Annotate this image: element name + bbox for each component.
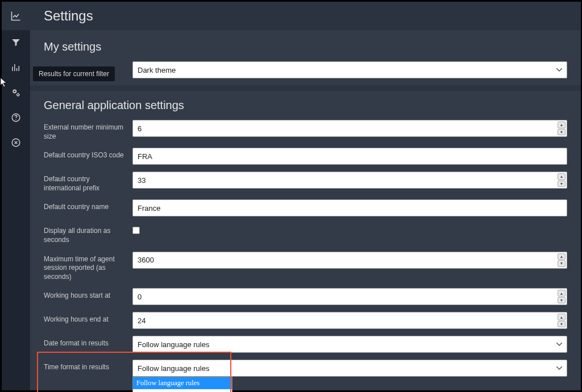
label-work-end: Working hours end at bbox=[44, 312, 132, 324]
label-time-format: Time format in results bbox=[44, 360, 132, 372]
label-max-session: Maximum time of agent session reported (… bbox=[44, 252, 132, 282]
spin-down[interactable]: ▼ bbox=[558, 260, 566, 267]
sidebar-item-close[interactable] bbox=[2, 130, 30, 155]
filter-icon bbox=[11, 37, 21, 48]
sidebar-logo[interactable] bbox=[2, 2, 30, 30]
input-work-start[interactable] bbox=[132, 288, 567, 305]
row-date-format: Date format in results Follow language r… bbox=[44, 336, 567, 353]
sidebar-item-results[interactable] bbox=[2, 55, 30, 80]
page-header: Settings bbox=[30, 2, 581, 30]
svg-point-3 bbox=[15, 119, 16, 120]
time-format-option[interactable]: Follow language rules bbox=[133, 377, 232, 389]
label-iso3: Default country ISO3 code bbox=[44, 148, 132, 160]
spin-down[interactable]: ▼ bbox=[558, 181, 566, 187]
spin-down[interactable]: ▼ bbox=[558, 129, 566, 136]
select-time-format[interactable]: Follow language rules bbox=[132, 360, 567, 377]
row-intl-prefix: Default country international prefix ▲ ▼ bbox=[44, 172, 567, 193]
general-settings-title: General application settings bbox=[44, 99, 567, 112]
spin-up[interactable]: ▲ bbox=[558, 122, 566, 128]
select-date-format[interactable]: Follow language rules bbox=[132, 336, 567, 353]
row-max-session: Maximum time of agent session reported (… bbox=[44, 252, 567, 282]
label-ext-num-min: External number minimum size bbox=[44, 120, 132, 141]
input-max-session[interactable] bbox=[132, 252, 567, 269]
label-date-format: Date format in results bbox=[44, 336, 132, 348]
spin-up[interactable]: ▲ bbox=[558, 314, 566, 320]
input-ext-num-min[interactable] bbox=[132, 120, 567, 137]
row-time-format: Time format in results Follow language r… bbox=[44, 360, 567, 377]
spin-down[interactable]: ▼ bbox=[558, 321, 566, 328]
bar-chart-icon bbox=[11, 62, 21, 73]
checkbox-dur-seconds[interactable] bbox=[132, 227, 140, 234]
time-format-dropdown: Follow language rules HH:mm:ss - Ex: 18:… bbox=[132, 377, 232, 392]
tooltip-results: Results for current filter bbox=[33, 66, 115, 81]
main: Settings My settings Dark theme General … bbox=[30, 2, 581, 390]
input-intl-prefix[interactable] bbox=[132, 172, 567, 189]
svg-point-1 bbox=[17, 94, 19, 96]
sidebar-item-filter[interactable] bbox=[2, 30, 30, 55]
row-country-name: Default country name bbox=[44, 199, 567, 216]
divider bbox=[30, 85, 581, 91]
time-format-option[interactable]: HH:mm:ss - Ex: 18:14:48 bbox=[133, 389, 232, 392]
label-dur-seconds: Display all duration as seconds bbox=[44, 223, 132, 244]
gears-icon bbox=[11, 87, 21, 98]
row-iso3: Default country ISO3 code bbox=[44, 148, 567, 165]
spin-up[interactable]: ▲ bbox=[558, 173, 566, 180]
row-theme: Dark theme bbox=[44, 61, 567, 78]
sidebar bbox=[2, 2, 30, 390]
input-iso3[interactable] bbox=[132, 148, 567, 165]
label-country-name: Default country name bbox=[44, 199, 132, 212]
row-dur-seconds: Display all duration as seconds bbox=[44, 223, 567, 244]
spin-up[interactable]: ▲ bbox=[558, 253, 566, 260]
row-ext-num-min: External number minimum size ▲ ▼ bbox=[44, 120, 567, 141]
label-work-start: Working hours start at bbox=[44, 288, 132, 301]
page-title: Settings bbox=[44, 8, 93, 24]
row-work-start: Working hours start at ▲ ▼ bbox=[44, 288, 567, 305]
my-settings-title: My settings bbox=[44, 40, 567, 53]
sidebar-item-help[interactable] bbox=[2, 105, 30, 130]
label-intl-prefix: Default country international prefix bbox=[44, 172, 132, 193]
svg-point-0 bbox=[14, 90, 16, 93]
row-work-end: Working hours end at ▲ ▼ bbox=[44, 312, 567, 329]
chart-line-icon bbox=[10, 10, 22, 22]
close-circle-icon bbox=[11, 137, 21, 148]
input-country-name[interactable] bbox=[132, 199, 567, 216]
spin-up[interactable]: ▲ bbox=[558, 290, 566, 297]
help-icon bbox=[11, 112, 21, 123]
input-work-end[interactable] bbox=[132, 312, 567, 329]
cursor-icon bbox=[0, 77, 8, 87]
content: My settings Dark theme General applicati… bbox=[30, 30, 581, 390]
spin-down[interactable]: ▼ bbox=[558, 297, 566, 304]
theme-select[interactable]: Dark theme bbox=[132, 61, 567, 78]
